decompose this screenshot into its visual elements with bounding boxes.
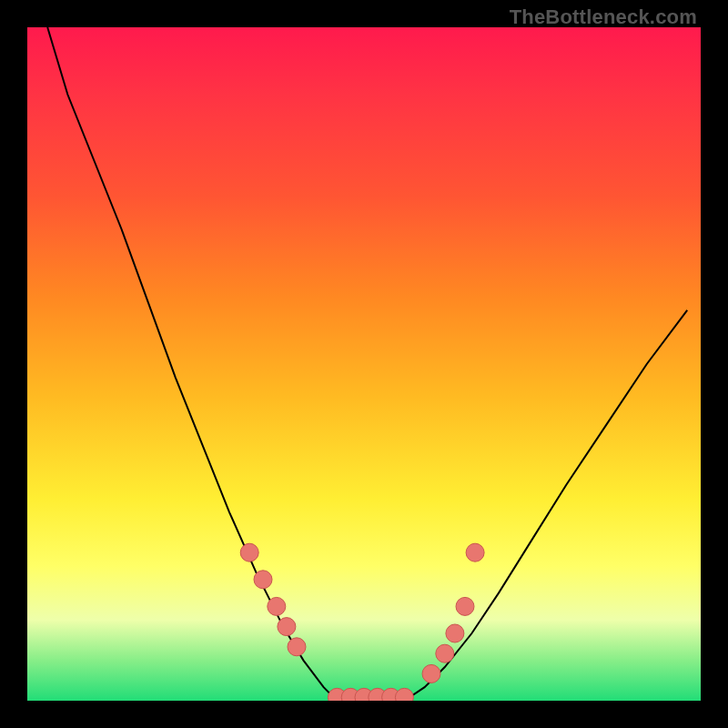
bottleneck-curve <box>47 27 687 701</box>
data-marker <box>288 638 306 656</box>
data-marker <box>466 543 484 561</box>
data-marker <box>254 571 272 589</box>
plot-area <box>27 27 701 701</box>
data-marker <box>436 644 454 662</box>
data-marker <box>422 664 440 682</box>
data-marker <box>268 597 286 615</box>
data-marker <box>446 624 464 642</box>
chart-frame: TheBottleneck.com <box>0 0 728 728</box>
data-marker <box>240 543 258 561</box>
bottleneck-curve-chart <box>27 27 701 701</box>
data-marker <box>395 688 413 701</box>
watermark-text: TheBottleneck.com <box>510 5 697 29</box>
data-marker <box>456 597 474 615</box>
data-marker <box>278 618 296 636</box>
